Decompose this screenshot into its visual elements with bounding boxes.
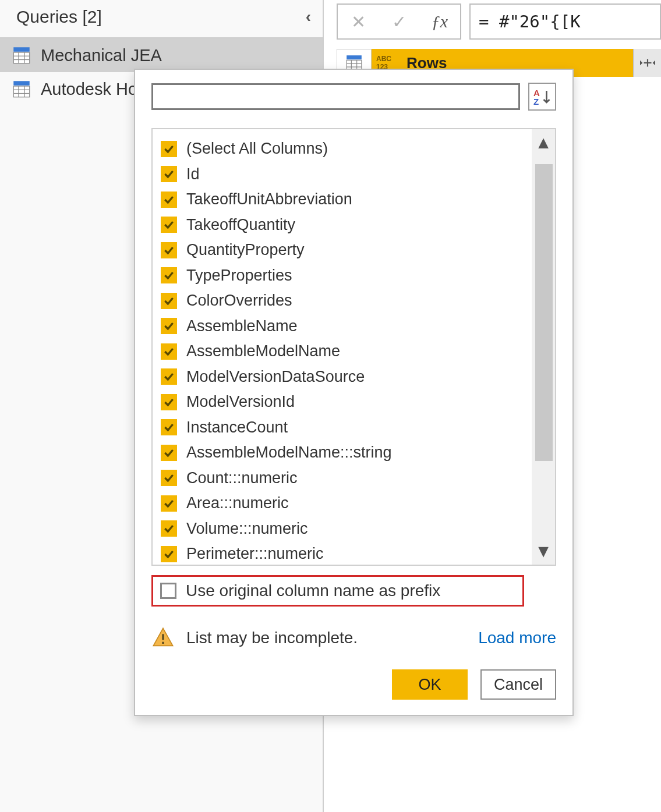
formula-button-group: ✕ ✓ ƒx — [337, 3, 461, 40]
checkbox-checked-icon[interactable] — [161, 546, 177, 562]
svg-rect-12 — [347, 55, 362, 59]
columns-list: (Select All Columns)IdTakeoffUnitAbbrevi… — [153, 129, 532, 565]
query-item-label: Autodesk Hos — [41, 80, 146, 99]
checkbox-checked-icon[interactable] — [161, 470, 177, 486]
scroll-up-icon[interactable]: ▲ — [535, 134, 552, 151]
formula-toolbar: ✕ ✓ ƒx = #"26"{[K — [337, 3, 661, 40]
column-option[interactable]: AssembleName — [161, 314, 527, 339]
warning-icon — [151, 626, 175, 650]
load-more-link[interactable]: Load more — [478, 629, 556, 647]
column-option-label: AssembleModelName — [186, 342, 340, 360]
svg-rect-0 — [13, 47, 30, 52]
queries-title: Queries [2] — [16, 7, 102, 27]
column-option-label: TakeoffQuantity — [186, 216, 295, 234]
column-option-label: AssembleName — [186, 317, 298, 335]
use-prefix-label: Use original column name as prefix — [186, 581, 440, 600]
checkbox-checked-icon[interactable] — [161, 141, 177, 157]
sort-az-button[interactable]: AZ — [528, 83, 556, 111]
table-icon — [13, 80, 30, 98]
checkbox-checked-icon[interactable] — [161, 192, 177, 208]
formula-input[interactable]: = #"26"{[K — [469, 3, 661, 40]
column-search-input[interactable] — [151, 83, 520, 110]
column-option[interactable]: Volume:::numeric — [161, 516, 527, 542]
checkbox-checked-icon[interactable] — [161, 217, 177, 233]
fx-icon[interactable]: ƒx — [419, 12, 460, 31]
checkbox-checked-icon[interactable] — [161, 445, 177, 461]
column-option-label: ModelVersionId — [186, 393, 295, 411]
column-option[interactable]: Count:::numeric — [161, 466, 527, 491]
column-option[interactable]: ColorOverrides — [161, 288, 527, 314]
expand-columns-dropdown: AZ (Select All Columns)IdTakeoffUnitAbbr… — [134, 69, 574, 716]
column-option-label: QuantityProperty — [186, 241, 305, 259]
column-option-label: ModelVersionDataSource — [186, 368, 365, 386]
column-option-label: Perimeter:::numeric — [186, 545, 324, 563]
column-option-label: ColorOverrides — [186, 292, 292, 310]
column-option[interactable]: (Select All Columns) — [161, 136, 527, 162]
svg-rect-24 — [162, 634, 164, 640]
svg-rect-6 — [13, 81, 30, 86]
checkbox-checked-icon[interactable] — [161, 318, 177, 334]
svg-rect-1 — [13, 52, 30, 63]
checkbox-checked-icon[interactable] — [161, 267, 177, 283]
scrollbar[interactable]: ▲ ▼ — [532, 129, 555, 565]
checkbox-checked-icon[interactable] — [161, 343, 177, 360]
column-option[interactable]: TypeProperties — [161, 263, 527, 289]
scroll-thumb[interactable] — [535, 164, 553, 461]
table-icon — [13, 47, 30, 64]
warning-text: List may be incomplete. — [186, 629, 466, 647]
column-option-label: TakeoffUnitAbbreviation — [186, 190, 352, 208]
column-option[interactable]: TakeoffQuantity — [161, 212, 527, 238]
column-option-label: Volume:::numeric — [186, 520, 308, 538]
checkbox-checked-icon[interactable] — [161, 495, 177, 512]
checkbox-checked-icon[interactable] — [161, 242, 177, 258]
column-option[interactable]: AssembleModelName:::string — [161, 440, 527, 466]
column-option[interactable]: TakeoffUnitAbbreviation — [161, 187, 527, 212]
dialog-buttons: OK Cancel — [151, 669, 556, 700]
checkbox-checked-icon[interactable] — [161, 368, 177, 385]
column-option-label: InstanceCount — [186, 419, 288, 437]
ok-button[interactable]: OK — [392, 669, 468, 700]
use-prefix-row[interactable]: Use original column name as prefix — [151, 575, 524, 607]
column-option[interactable]: ModelVersionId — [161, 389, 527, 415]
checkbox-checked-icon[interactable] — [161, 394, 177, 410]
cancel-formula-icon[interactable]: ✕ — [338, 12, 379, 32]
query-item-mechanical-jea[interactable]: Mechanical JEA — [0, 38, 323, 72]
svg-text:Z: Z — [533, 97, 539, 105]
column-option[interactable]: InstanceCount — [161, 415, 527, 441]
scroll-down-icon[interactable]: ▼ — [535, 542, 552, 560]
column-option[interactable]: Perimeter:::numeric — [161, 541, 527, 565]
column-option[interactable]: ModelVersionDataSource — [161, 364, 527, 390]
column-option-label: TypeProperties — [186, 267, 292, 285]
column-option-label: Count:::numeric — [186, 469, 298, 487]
column-option[interactable]: Id — [161, 162, 527, 187]
column-option[interactable]: QuantityProperty — [161, 237, 527, 263]
column-option-label: Area:::numeric — [186, 494, 289, 512]
svg-text:ABC: ABC — [376, 55, 391, 63]
checkbox-checked-icon[interactable] — [161, 166, 177, 182]
checkbox-checked-icon[interactable] — [161, 419, 177, 435]
svg-rect-7 — [13, 86, 30, 97]
formula-text: = #"26"{[K — [479, 12, 581, 31]
checkbox-checked-icon[interactable] — [161, 520, 177, 537]
use-prefix-checkbox[interactable] — [160, 583, 176, 599]
checkbox-checked-icon[interactable] — [161, 293, 177, 309]
cancel-button[interactable]: Cancel — [480, 669, 556, 700]
column-option-label: (Select All Columns) — [186, 140, 328, 158]
column-option-label: Id — [186, 165, 200, 183]
collapse-icon[interactable]: ‹ — [306, 8, 311, 26]
column-option[interactable]: Area:::numeric — [161, 491, 527, 516]
svg-rect-25 — [162, 642, 164, 644]
query-item-label: Mechanical JEA — [41, 46, 162, 65]
accept-formula-icon[interactable]: ✓ — [379, 12, 419, 32]
column-option[interactable]: AssembleModelName — [161, 339, 527, 364]
queries-header: Queries [2] ‹ — [0, 0, 323, 38]
expand-column-icon[interactable] — [633, 49, 661, 77]
columns-list-frame: (Select All Columns)IdTakeoffUnitAbbrevi… — [151, 128, 556, 566]
warning-row: List may be incomplete. Load more — [151, 626, 556, 650]
column-option-label: AssembleModelName:::string — [186, 444, 392, 462]
